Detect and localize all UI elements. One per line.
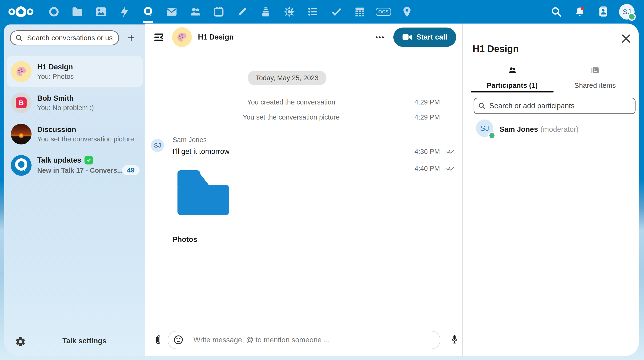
- participants-icon: [508, 66, 517, 75]
- conversation-item-discussion[interactable]: Discussion You set the conversation pict…: [6, 118, 143, 150]
- chat-view: H1 Design ••• Start call Today, May 25, …: [145, 23, 463, 356]
- talk-logo-avatar: [11, 155, 32, 176]
- notes-icon[interactable]: [230, 0, 254, 23]
- chat-header: H1 Design ••• Start call: [145, 23, 462, 51]
- palette-avatar: [11, 61, 32, 82]
- tab-shared-items-label: Shared items: [574, 81, 616, 89]
- unread-count-badge: 49: [122, 165, 140, 175]
- participant-search-input[interactable]: [474, 98, 636, 114]
- conversation-search-input[interactable]: [10, 30, 119, 45]
- read-receipt-icon: [446, 166, 456, 171]
- conversation-title: Discussion: [37, 125, 143, 135]
- conversation-last-message: New in Talk 17 - Convers...: [37, 166, 122, 175]
- sunset-avatar: [11, 124, 32, 144]
- tasks-check-icon[interactable]: [324, 0, 348, 23]
- tab-participants[interactable]: Participants (1): [471, 63, 554, 92]
- tasks-list-icon[interactable]: [301, 0, 324, 23]
- date-separator: Today, May 25, 2023: [248, 71, 326, 85]
- collectives-icon[interactable]: [278, 0, 301, 23]
- active-tab-indicator: [471, 91, 554, 92]
- files-icon[interactable]: [66, 0, 89, 23]
- navbar-right-group: SJ: [544, 0, 638, 23]
- photos-icon[interactable]: [89, 0, 113, 23]
- bob-smith-avatar: B: [11, 92, 32, 113]
- participant-row[interactable]: SJ Sam Jones (moderator): [463, 118, 639, 142]
- new-conversation-button[interactable]: +: [124, 31, 138, 44]
- shared-items-icon: [590, 66, 600, 75]
- message-time: 4:29 PM: [414, 98, 440, 106]
- b-logo: B: [16, 97, 26, 108]
- message-author-avatar: SJ: [151, 139, 164, 152]
- conversation-item-talk-updates[interactable]: Talk updates New in Talk 17 - Convers...…: [6, 150, 143, 181]
- talk-active-indicator: [143, 21, 153, 23]
- message-composer: [145, 331, 462, 350]
- calendar-icon[interactable]: [207, 0, 230, 23]
- tab-participants-label: Participants (1): [487, 81, 538, 89]
- message-time: 4:40 PM: [414, 165, 440, 172]
- conversations-sidebar: + H1 Design You: Photos B Bob Smith You:…: [4, 24, 145, 356]
- microphone-icon: [450, 334, 459, 346]
- message-time: 4:29 PM: [414, 113, 440, 121]
- conversation-title: H1 Design: [37, 62, 143, 72]
- participant-online-status-dot: [488, 132, 496, 139]
- close-details-button[interactable]: [620, 33, 632, 44]
- conversation-item-bob-smith[interactable]: B Bob Smith You: No problem :): [6, 87, 143, 118]
- ocs-label: OCS: [376, 8, 391, 16]
- tab-shared-items[interactable]: Shared items: [554, 63, 636, 92]
- chat-title: H1 Design: [198, 33, 234, 41]
- close-icon: [620, 33, 632, 44]
- main-content-card: H1 Design ••• Start call Today, May 25, …: [145, 23, 639, 356]
- participant-name: Sam Jones: [500, 125, 538, 134]
- conversation-list: H1 Design You: Photos B Bob Smith You: N…: [4, 56, 145, 181]
- read-receipt-icon: [446, 149, 456, 154]
- details-tabs: Participants (1) Shared items: [471, 63, 637, 92]
- start-call-button[interactable]: Start call: [393, 27, 456, 47]
- top-navbar: OCS SJ: [0, 0, 644, 23]
- user-avatar[interactable]: SJ: [615, 0, 638, 23]
- emoji-picker-button[interactable]: [173, 335, 184, 346]
- message-author-name: Sam Jones: [172, 136, 207, 144]
- collapse-conversation-list-button[interactable]: [152, 30, 166, 44]
- contacts-menu-icon[interactable]: [592, 0, 615, 23]
- paperclip-icon: [154, 334, 163, 346]
- smiley-icon: [173, 335, 184, 345]
- conversation-last-message: You set the conversation picture: [37, 135, 143, 144]
- ocs-icon[interactable]: OCS: [372, 0, 395, 23]
- maps-icon[interactable]: [395, 0, 419, 23]
- video-camera-icon: [402, 34, 412, 41]
- shared-folder-name: Photos: [172, 235, 272, 244]
- shared-folder-message[interactable]: Photos: [172, 170, 272, 244]
- participant-role: (moderator): [540, 125, 578, 134]
- start-call-label: Start call: [416, 33, 447, 41]
- folder-icon: [176, 170, 230, 216]
- talk-icon[interactable]: [136, 0, 160, 23]
- contacts-icon[interactable]: [183, 0, 207, 23]
- conversation-last-message: You: Photos: [37, 72, 143, 81]
- verified-check-badge: [84, 156, 93, 164]
- unified-search-icon[interactable]: [544, 0, 568, 23]
- attach-file-button[interactable]: [151, 333, 165, 347]
- talk-settings-label: Talk settings: [62, 337, 106, 345]
- dashboard-icon[interactable]: [42, 0, 66, 23]
- conversation-item-h1-design[interactable]: H1 Design You: Photos: [6, 56, 143, 87]
- message-input[interactable]: [168, 331, 440, 349]
- tables-icon[interactable]: [348, 0, 372, 23]
- nextcloud-talk-app: OCS SJ + H1 Design: [0, 0, 644, 360]
- conversation-last-message: You: No problem :): [37, 103, 143, 112]
- details-title: H1 Design: [473, 43, 519, 54]
- user-online-status-dot: [628, 13, 636, 21]
- talk-settings-row[interactable]: Talk settings: [4, 335, 145, 349]
- message-text: I'll get it tomorrow: [172, 147, 230, 156]
- mail-icon[interactable]: [160, 0, 183, 23]
- activity-icon[interactable]: [113, 0, 136, 23]
- deck-icon[interactable]: [254, 0, 278, 23]
- voice-message-button[interactable]: [448, 333, 462, 347]
- conversation-title: Talk updates: [37, 155, 81, 165]
- message-time: 4:36 PM: [414, 148, 440, 156]
- nextcloud-logo[interactable]: [8, 4, 34, 20]
- notifications-bell-icon[interactable]: [568, 0, 592, 23]
- conversation-search-row: +: [10, 30, 140, 45]
- conversation-menu-button[interactable]: •••: [374, 33, 386, 41]
- chat-conversation-avatar: [172, 27, 192, 47]
- system-message: You created the conversation: [145, 98, 437, 106]
